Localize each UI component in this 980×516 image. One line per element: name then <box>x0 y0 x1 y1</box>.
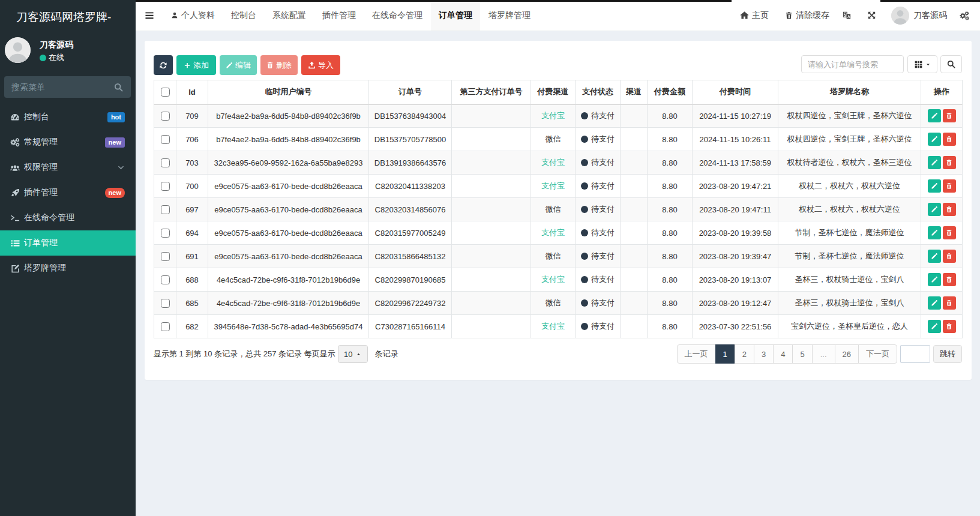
tab-label: 控制台 <box>231 10 256 21</box>
row-delete-button[interactable] <box>943 250 956 263</box>
sidebar-item-6[interactable]: 订单管理 <box>0 230 136 256</box>
page-jump-button[interactable]: 跳转 <box>933 345 962 363</box>
page-jump-input[interactable] <box>900 345 930 363</box>
row-edit-button[interactable] <box>928 133 941 146</box>
row-delete-button[interactable] <box>943 156 956 169</box>
navbar-right: 主页 清除缓存 刀客源码 <box>740 0 980 31</box>
table-row[interactable]: 694 e9ce0575-aa63-6170-bede-dcd8b26eaaca… <box>154 221 963 245</box>
columns-dropdown-button[interactable] <box>907 55 937 73</box>
search-icon[interactable] <box>114 83 123 92</box>
tab-6[interactable]: 订单管理 <box>431 0 480 31</box>
table-row[interactable]: 703 32c3ea95-6e09-9592-162a-6a55ba9e8293… <box>154 151 963 175</box>
sidebar-item-7[interactable]: 塔罗牌管理 <box>0 256 136 281</box>
cell-pay-status: 待支付 <box>576 221 621 245</box>
select-all-checkbox[interactable] <box>161 88 170 97</box>
status-dot <box>581 323 588 330</box>
pagination-page-26[interactable]: 26 <box>835 344 859 364</box>
row-checkbox[interactable] <box>161 205 170 214</box>
row-edit-button[interactable] <box>928 320 941 333</box>
table-row[interactable]: 697 e9ce0575-aa63-6170-bede-dcd8b26eaaca… <box>154 198 963 221</box>
pagination-prev[interactable]: 上一页 <box>677 344 716 364</box>
tab-3[interactable]: 系统配置 <box>265 0 314 31</box>
sidebar-item-4[interactable]: 插件管理new <box>0 180 136 205</box>
row-delete-button[interactable] <box>943 179 956 193</box>
row-checkbox[interactable] <box>161 229 170 238</box>
row-checkbox[interactable] <box>161 182 170 191</box>
sidebar-item-2[interactable]: 常规管理new <box>0 130 136 155</box>
clear-cache-link[interactable]: 清除缓存 <box>785 10 829 21</box>
import-button[interactable]: 导入 <box>301 55 340 75</box>
row-select-cell <box>154 221 176 245</box>
table-row[interactable]: 682 3945648e-7d38-5c78-adad-4e3b65695d74… <box>154 315 963 338</box>
fullscreen-button[interactable] <box>868 11 876 19</box>
pagination-page-3[interactable]: 3 <box>754 344 774 364</box>
row-delete-button[interactable] <box>943 109 956 122</box>
cell-tarot: 节制，圣杯七逆位，魔法师逆位 <box>778 245 921 268</box>
row-edit-button[interactable] <box>928 250 941 263</box>
row-checkbox[interactable] <box>161 158 170 167</box>
row-edit-button[interactable] <box>928 226 941 239</box>
row-edit-button[interactable] <box>928 156 941 169</box>
sidebar-toggle-button[interactable] <box>136 0 163 31</box>
cell-channel <box>621 175 648 198</box>
user-menu[interactable]: 刀客源码 <box>891 7 947 25</box>
pagination-page-1[interactable]: 1 <box>715 344 735 364</box>
table-row[interactable]: 688 4e4c5cad-72be-c9f6-31f8-7012b19b6d9e… <box>154 268 963 292</box>
table-row[interactable]: 706 b7fe4ae2-ba9a-6dd5-84b8-d89402c36f9b… <box>154 128 963 151</box>
delete-button[interactable]: 删除 <box>260 55 298 75</box>
table-row[interactable]: 709 b7fe4ae2-ba9a-6dd5-84b8-d89402c36f9b… <box>154 104 963 128</box>
page-size-dropdown[interactable]: 10 <box>338 345 368 363</box>
row-select-cell <box>154 315 176 338</box>
row-edit-button[interactable] <box>928 273 941 286</box>
pagination-page-4[interactable]: 4 <box>773 344 793 364</box>
pagination-next[interactable]: 下一页 <box>858 344 897 364</box>
search-button[interactable] <box>940 55 962 73</box>
cell-user-no: 3945648e-7d38-5c78-adad-4e3b65695d74 <box>208 315 369 338</box>
row-edit-button[interactable] <box>928 179 941 193</box>
pagination-page-2[interactable]: 2 <box>735 344 754 364</box>
tab-2[interactable]: 控制台 <box>223 0 264 31</box>
tab-4[interactable]: 插件管理 <box>314 0 364 31</box>
edit-button[interactable]: 编辑 <box>220 55 257 75</box>
refresh-button[interactable] <box>154 55 173 75</box>
cell-order-no: DB13919386643576 <box>369 151 452 175</box>
row-delete-button[interactable] <box>943 226 956 239</box>
row-edit-button[interactable] <box>928 109 941 122</box>
sidebar-search-input[interactable] <box>4 82 114 92</box>
row-checkbox[interactable] <box>161 299 170 308</box>
row-checkbox[interactable] <box>161 252 170 261</box>
home-link[interactable]: 主页 <box>740 10 769 21</box>
row-checkbox[interactable] <box>161 275 170 284</box>
settings-button[interactable] <box>960 11 969 20</box>
pagination-page-5[interactable]: 5 <box>792 344 812 364</box>
translate-button[interactable] <box>843 11 851 20</box>
cell-third-no <box>452 128 531 151</box>
tab-label: 塔罗牌管理 <box>488 10 531 21</box>
table-row[interactable]: 700 e9ce0575-aa63-6170-bede-dcd8b26eaaca… <box>154 175 963 198</box>
cell-id: 685 <box>176 292 208 315</box>
row-delete-button[interactable] <box>943 320 956 333</box>
add-button[interactable]: 添加 <box>176 55 216 75</box>
sidebar-item-5[interactable]: 在线命令管理 <box>0 205 136 230</box>
tab-1[interactable]: 个人资料 <box>163 0 223 31</box>
sidebar-item-1[interactable]: 控制台hot <box>0 104 136 130</box>
file-edit-icon <box>10 264 20 273</box>
tab-5[interactable]: 在线命令管理 <box>364 0 430 31</box>
order-search-input[interactable] <box>801 55 904 73</box>
column-header: Id <box>176 80 208 104</box>
sidebar-item-label: 权限管理 <box>24 162 58 173</box>
table-row[interactable]: 685 4e4c5cad-72be-c9f6-31f8-7012b19b6d9e… <box>154 292 963 315</box>
row-edit-button[interactable] <box>928 203 941 216</box>
cell-pay-time: 2024-11-15 10:27:19 <box>693 104 778 128</box>
table-row[interactable]: 691 e9ce0575-aa63-6170-bede-dcd8b26eaaca… <box>154 245 963 268</box>
sidebar-item-3[interactable]: 权限管理 <box>0 155 136 180</box>
row-delete-button[interactable] <box>943 296 956 310</box>
row-checkbox[interactable] <box>161 135 170 144</box>
row-delete-button[interactable] <box>943 273 956 286</box>
row-checkbox[interactable] <box>161 112 170 121</box>
row-edit-button[interactable] <box>928 296 941 310</box>
row-checkbox[interactable] <box>161 322 170 331</box>
row-delete-button[interactable] <box>943 133 956 146</box>
tab-7[interactable]: 塔罗牌管理 <box>481 0 538 31</box>
row-delete-button[interactable] <box>943 203 956 216</box>
